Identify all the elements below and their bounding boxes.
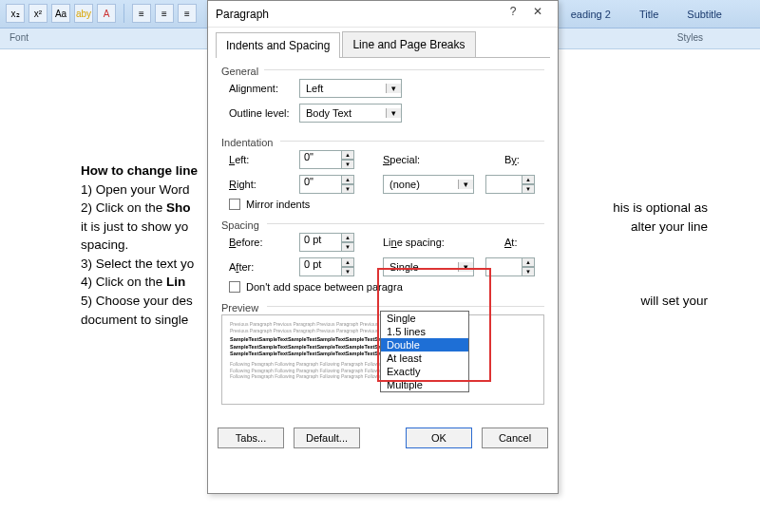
dialog-titlebar: Paragraph ? ✕ bbox=[208, 1, 558, 28]
align-left-icon[interactable]: ≡ bbox=[132, 4, 151, 23]
indent-left-label: Left: bbox=[221, 154, 299, 165]
line-spacing-option[interactable]: Multiple bbox=[381, 378, 468, 391]
doc-line-7-right: will set your bbox=[640, 292, 708, 311]
tabs-button[interactable]: Tabs... bbox=[218, 428, 284, 448]
style-title[interactable]: Title bbox=[639, 9, 658, 20]
subscript-icon[interactable]: x₂ bbox=[6, 4, 25, 23]
chevron-down-icon: ▾ bbox=[458, 262, 473, 272]
spinner-up-icon[interactable]: ▲ bbox=[341, 233, 354, 242]
line-spacing-option[interactable]: Exactly bbox=[381, 365, 468, 378]
dialog-tabs: Indents and Spacing Line and Page Breaks bbox=[208, 28, 558, 57]
spinner-up-icon[interactable]: ▲ bbox=[341, 257, 354, 267]
at-spinner[interactable]: ▲▼ bbox=[485, 257, 535, 276]
no-space-label: Don't add space between paragra bbox=[246, 281, 403, 293]
outline-select[interactable]: Body Text ▾ bbox=[299, 104, 402, 123]
chevron-down-icon: ▾ bbox=[386, 108, 401, 118]
no-space-checkbox[interactable]: Don't add space between paragra bbox=[221, 281, 544, 293]
spinner-up-icon[interactable]: ▲ bbox=[341, 175, 354, 184]
spinner-up-icon[interactable]: ▲ bbox=[522, 257, 535, 267]
default-button[interactable]: Default... bbox=[294, 428, 360, 448]
doc-line-2-right: his is optional as bbox=[613, 199, 708, 218]
doc-line-3-left: it is just to show yo bbox=[81, 218, 188, 237]
line-spacing-option[interactable]: At least bbox=[381, 352, 468, 365]
tab-indents-spacing[interactable]: Indents and Spacing bbox=[216, 32, 340, 58]
dialog-title: Paragraph bbox=[216, 8, 501, 21]
spinner-down-icon[interactable]: ▼ bbox=[341, 242, 354, 252]
font-group-label: Font bbox=[10, 32, 28, 43]
mirror-indents-checkbox[interactable]: Mirror indents bbox=[221, 199, 544, 210]
special-label: Special: bbox=[383, 154, 451, 165]
line-spacing-select[interactable]: Single ▾ bbox=[383, 257, 474, 276]
by-label: By: bbox=[504, 154, 542, 165]
checkbox-icon bbox=[229, 281, 240, 293]
dialog-button-row: Tabs... Default... OK Cancel bbox=[208, 428, 558, 458]
alignment-select[interactable]: Left ▾ bbox=[299, 79, 402, 98]
general-section: General Alignment: Left ▾ Outline level:… bbox=[221, 66, 544, 127]
after-spinner[interactable]: 0 pt ▲▼ bbox=[299, 257, 354, 276]
highlight-icon[interactable]: aby bbox=[74, 4, 93, 23]
cancel-button[interactable]: Cancel bbox=[482, 428, 548, 448]
ribbon-font-buttons: x₂ x² Aa aby A ≡ ≡ ≡ bbox=[6, 4, 197, 23]
separator bbox=[124, 4, 124, 23]
chevron-down-icon: ▾ bbox=[386, 84, 401, 93]
after-label: After: bbox=[221, 261, 299, 273]
change-case-icon[interactable]: Aa bbox=[51, 4, 70, 23]
spinner-down-icon[interactable]: ▼ bbox=[522, 184, 535, 194]
spinner-down-icon[interactable]: ▼ bbox=[341, 184, 354, 194]
special-select[interactable]: (none) ▾ bbox=[383, 175, 474, 194]
doc-line-2-left: 2) Click on the Sho bbox=[81, 199, 191, 218]
ok-button[interactable]: OK bbox=[406, 428, 472, 448]
doc-heading: How to change line bbox=[81, 163, 198, 178]
style-heading2[interactable]: eading 2 bbox=[571, 9, 611, 20]
spacing-section: Spacing Before: 0 pt ▲▼ Line spacing: At… bbox=[221, 219, 544, 293]
line-spacing-label: Line spacing: bbox=[383, 237, 451, 248]
line-spacing-option[interactable]: 1.5 lines bbox=[381, 325, 468, 338]
style-subtitle[interactable]: Subtitle bbox=[687, 9, 722, 20]
help-button[interactable]: ? bbox=[501, 5, 525, 24]
alignment-label: Alignment: bbox=[221, 83, 299, 94]
styles-group-label: Styles bbox=[677, 32, 703, 43]
font-color-icon[interactable]: A bbox=[97, 4, 116, 23]
spinner-up-icon[interactable]: ▲ bbox=[341, 150, 354, 160]
line-spacing-option[interactable]: Double bbox=[381, 338, 468, 352]
tab-line-page-breaks[interactable]: Line and Page Breaks bbox=[342, 31, 475, 57]
before-label: Before: bbox=[221, 237, 299, 248]
chevron-down-icon: ▾ bbox=[458, 180, 473, 189]
indent-right-label: Right: bbox=[221, 179, 299, 190]
outline-label: Outline level: bbox=[221, 107, 299, 119]
spinner-down-icon[interactable]: ▼ bbox=[341, 267, 354, 276]
at-label: At: bbox=[504, 237, 542, 248]
doc-line-7-left: 5) Choose your des bbox=[81, 292, 193, 311]
before-spinner[interactable]: 0 pt ▲▼ bbox=[299, 233, 354, 252]
spinner-down-icon[interactable]: ▼ bbox=[522, 267, 535, 276]
line-spacing-option[interactable]: Single bbox=[381, 312, 468, 325]
indent-left-spinner[interactable]: 0" ▲▼ bbox=[299, 150, 354, 169]
superscript-icon[interactable]: x² bbox=[28, 4, 48, 23]
close-button[interactable]: ✕ bbox=[525, 5, 550, 24]
line-spacing-dropdown[interactable]: Single1.5 linesDoubleAt leastExactlyMult… bbox=[380, 311, 469, 392]
ribbon-styles: eading 2 Title Subtitle bbox=[552, 0, 741, 28]
paragraph-dialog: Paragraph ? ✕ Indents and Spacing Line a… bbox=[207, 0, 559, 494]
spinner-down-icon[interactable]: ▼ bbox=[341, 160, 354, 169]
align-right-icon[interactable]: ≡ bbox=[178, 4, 197, 23]
checkbox-icon bbox=[229, 199, 240, 210]
spinner-up-icon[interactable]: ▲ bbox=[522, 175, 535, 184]
align-center-icon[interactable]: ≡ bbox=[155, 4, 174, 23]
indent-right-spinner[interactable]: 0" ▲▼ bbox=[299, 175, 354, 194]
indentation-section: Indentation Left: 0" ▲▼ Special: By: Rig… bbox=[221, 137, 544, 210]
doc-line-3-right: alter your line bbox=[631, 218, 708, 237]
mirror-indents-label: Mirror indents bbox=[246, 199, 310, 210]
by-spinner[interactable]: ▲▼ bbox=[485, 175, 535, 194]
